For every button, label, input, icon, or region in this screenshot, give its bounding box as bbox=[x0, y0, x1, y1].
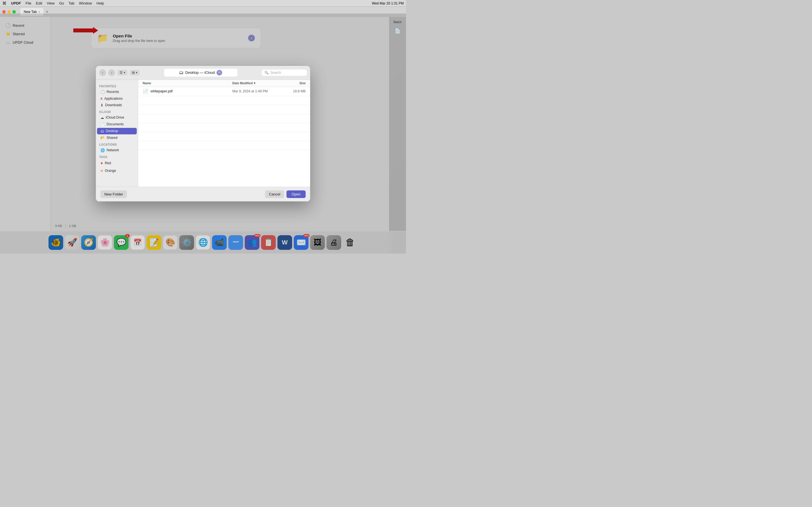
desktop-icon: 🗂 bbox=[100, 129, 104, 133]
list-view-button[interactable]: ☰ ▾ bbox=[117, 70, 128, 75]
location-name: Desktop — iCloud bbox=[185, 70, 215, 75]
empty-row-6 bbox=[138, 141, 310, 150]
dialog-footer: New Folder Cancel Open bbox=[96, 187, 310, 202]
sidebar-item-applications-label: Applications bbox=[104, 97, 123, 101]
traffic-lights bbox=[2, 10, 16, 13]
sidebar-item-tag-red-label: Red bbox=[105, 161, 111, 165]
sidebar-item-recents[interactable]: 🕐 Recents bbox=[97, 89, 137, 95]
grid-view-button[interactable]: ⊞ ▾ bbox=[130, 70, 140, 75]
sidebar-item-documents[interactable]: 📄 Documents bbox=[97, 121, 137, 128]
grid-chevron-icon: ▾ bbox=[136, 71, 137, 74]
new-folder-button[interactable]: New Folder bbox=[100, 190, 127, 198]
sidebar-item-tag-orange[interactable]: ● Orange bbox=[97, 167, 137, 174]
search-icon: 🔍 bbox=[264, 71, 269, 75]
close-button[interactable] bbox=[2, 10, 6, 13]
icloud-drive-icon: ☁ bbox=[100, 115, 104, 120]
window-menu[interactable]: Window bbox=[79, 1, 92, 5]
file-row-whitepaper[interactable]: 📄 whitepaper.pdf Mar 9, 2024 at 1:49 PM … bbox=[138, 87, 310, 96]
locations-section-label: Locations bbox=[96, 142, 138, 147]
empty-row-2 bbox=[138, 105, 310, 114]
app-name-menu[interactable]: UPDF bbox=[11, 1, 21, 5]
icloud-section-label: iCloud bbox=[96, 109, 138, 114]
maximize-button[interactable] bbox=[12, 10, 16, 13]
list-view-icon: ☰ bbox=[119, 71, 123, 75]
list-chevron-icon: ▾ bbox=[124, 71, 125, 74]
column-size: Size bbox=[283, 81, 306, 85]
sidebar-item-desktop-label: Desktop bbox=[106, 129, 118, 133]
documents-icon: 📄 bbox=[100, 122, 105, 126]
file-menu[interactable]: File bbox=[26, 1, 31, 5]
menubar: ⌘ UPDF File Edit View Go Tab Window Help… bbox=[0, 0, 406, 7]
tab-label: New Tab bbox=[24, 10, 37, 14]
help-menu[interactable]: Help bbox=[96, 1, 104, 5]
edit-menu[interactable]: Edit bbox=[36, 1, 42, 5]
cancel-button[interactable]: Cancel bbox=[265, 190, 284, 198]
go-menu[interactable]: Go bbox=[59, 1, 64, 5]
tags-section-label: Tags bbox=[96, 154, 138, 159]
column-date: Date Modified ▾ bbox=[232, 81, 283, 85]
empty-row-4 bbox=[138, 123, 310, 132]
search-box[interactable]: 🔍 Search bbox=[262, 69, 307, 76]
forward-button[interactable]: › bbox=[108, 69, 115, 76]
applications-icon: A bbox=[100, 97, 103, 100]
dialog-file-list: Name Date Modified ▾ Size 📄 whitepaper.p… bbox=[138, 80, 310, 187]
sidebar-item-network-label: Network bbox=[107, 148, 119, 152]
sidebar-item-desktop[interactable]: 🗂 Desktop bbox=[97, 128, 137, 134]
grid-view-icon: ⊞ bbox=[132, 71, 135, 75]
tab-close-icon[interactable]: × bbox=[38, 10, 40, 13]
file-list-header: Name Date Modified ▾ Size bbox=[138, 80, 310, 87]
sort-icon: ▾ bbox=[254, 81, 255, 85]
shared-icon: 📂 bbox=[100, 136, 105, 140]
sidebar-item-shared-label: Shared bbox=[107, 136, 117, 140]
dialog-overlay: ‹ › ☰ ▾ ⊞ ▾ 🗂 Desktop — iCloud ↻ bbox=[0, 13, 406, 253]
clock: Wed Mar 20 1:31 PM bbox=[372, 1, 404, 5]
back-button[interactable]: ‹ bbox=[99, 69, 106, 76]
favorites-section-label: Favorites bbox=[96, 83, 138, 89]
desktop-folder-icon: 🗂 bbox=[179, 70, 184, 75]
dialog-toolbar: ‹ › ☰ ▾ ⊞ ▾ 🗂 Desktop — iCloud ↻ bbox=[96, 66, 310, 80]
downloads-icon: ⬇ bbox=[100, 103, 103, 107]
column-name: Name bbox=[143, 81, 232, 85]
empty-row-5 bbox=[138, 132, 310, 141]
file-size: 18.8 MB bbox=[283, 89, 306, 93]
sidebar-item-icloud-drive[interactable]: ☁ iCloud Drive bbox=[97, 114, 137, 121]
location-sync-icon: ↻ bbox=[216, 70, 222, 75]
dialog-sidebar: Favorites 🕐 Recents A Applications ⬇ Dow… bbox=[96, 80, 138, 187]
minimize-button[interactable] bbox=[7, 10, 11, 13]
sidebar-item-recents-label: Recents bbox=[107, 90, 119, 94]
sidebar-item-shared[interactable]: 📂 Shared bbox=[97, 135, 137, 141]
empty-row-3 bbox=[138, 114, 310, 123]
recents-icon: 🕐 bbox=[100, 90, 105, 94]
file-name: whitepaper.pdf bbox=[151, 89, 232, 93]
tab-menu[interactable]: Tab bbox=[68, 1, 74, 5]
network-icon: 🌐 bbox=[100, 148, 105, 152]
apple-menu[interactable]: ⌘ bbox=[2, 1, 6, 6]
sidebar-item-tag-red[interactable]: ● Red bbox=[97, 159, 137, 167]
sidebar-item-downloads-label: Downloads bbox=[105, 103, 122, 107]
sidebar-item-applications[interactable]: A Applications bbox=[97, 96, 137, 102]
tag-red-icon: ● bbox=[100, 161, 103, 166]
sidebar-item-network[interactable]: 🌐 Network bbox=[97, 147, 137, 154]
location-pill[interactable]: 🗂 Desktop — iCloud ↻ bbox=[164, 69, 238, 76]
empty-row-1 bbox=[138, 96, 310, 105]
file-date: Mar 9, 2024 at 1:49 PM bbox=[232, 89, 283, 93]
file-dialog: ‹ › ☰ ▾ ⊞ ▾ 🗂 Desktop — iCloud ↻ bbox=[96, 66, 310, 202]
view-menu[interactable]: View bbox=[47, 1, 55, 5]
sidebar-item-documents-label: Documents bbox=[107, 122, 124, 126]
sidebar-item-tag-orange-label: Orange bbox=[105, 169, 116, 173]
search-placeholder: Search bbox=[270, 71, 281, 75]
open-button[interactable]: Open bbox=[287, 190, 306, 198]
dialog-actions: Cancel Open bbox=[265, 190, 306, 198]
app-background: New Tab × + 🕐 Recent ⭐ Starred ☁️ UPDF C… bbox=[0, 7, 406, 253]
dialog-body: Favorites 🕐 Recents A Applications ⬇ Dow… bbox=[96, 80, 310, 187]
pdf-file-icon: 📄 bbox=[143, 89, 148, 94]
sidebar-item-downloads[interactable]: ⬇ Downloads bbox=[97, 102, 137, 108]
tag-orange-icon: ● bbox=[100, 168, 103, 173]
sidebar-item-icloud-drive-label: iCloud Drive bbox=[106, 115, 124, 119]
